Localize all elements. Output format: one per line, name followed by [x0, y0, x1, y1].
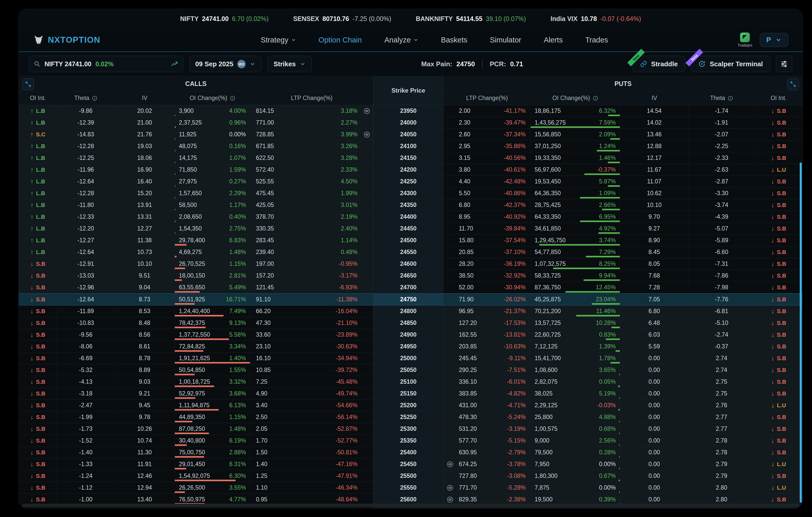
option-row[interactable]: ↓S.B-1.4011.3075,00,7502.88%1.50-50.81%2…	[19, 447, 803, 458]
option-row[interactable]: ↑L.B-12.2819.0348,0750.16%671.853.26%241…	[19, 141, 803, 152]
option-row[interactable]: ↑L.B-12.2711.3829,78,4006.83%283.451.14%…	[19, 235, 803, 246]
horizontal-scrollbar[interactable]	[22, 504, 799, 507]
option-row[interactable]: ↓S.B-13.039.5118,00,1502.81%157.20-3.17%…	[19, 270, 803, 282]
option-row[interactable]: ↓S.B-1.3311.9129,01,4506.31%1.40-47.16%2…	[19, 458, 803, 470]
option-row[interactable]: ↑L.B-11.9616.9071,8501.59%572.402.33%242…	[19, 164, 803, 176]
put-oi-change-bar	[565, 291, 620, 293]
option-row[interactable]: ↑L.B-12.6416.4027,9750.27%525.554.50%242…	[19, 176, 803, 187]
put-iv: 0.00	[620, 400, 689, 411]
nav-item-trades[interactable]: Trades	[585, 36, 608, 44]
eye-icon[interactable]	[364, 131, 370, 138]
index-value: 54114.55	[456, 15, 483, 23]
option-row[interactable]: ↓S.B-12.9110.1026,70,5251.15%197.00-0.95…	[19, 258, 803, 270]
eye-icon[interactable]	[446, 496, 454, 503]
call-oi-interpretation: ↓S.B	[19, 364, 57, 376]
chart-icon[interactable]	[171, 60, 178, 68]
option-row[interactable]: ↓S.B-2.479.451,11,94,8756.13%3.40-54.66%…	[19, 400, 803, 412]
option-row[interactable]: ↑L.B-11.8013.9158,5001.17%425.053.01%243…	[19, 199, 803, 211]
call-theta: -12.39	[57, 117, 115, 128]
symbol-change: 0.02%	[95, 60, 114, 68]
option-row[interactable]: ↓S.B-10.838.4878,42,3759.13%47.30-21.10%…	[19, 317, 803, 329]
vertical-scrollbar[interactable]	[800, 162, 802, 503]
chevron-down-icon	[775, 37, 782, 43]
nav-item-strategy[interactable]: Strategy	[261, 36, 296, 44]
call-theta: -10.83	[57, 317, 115, 329]
arrow-down-icon: ↓	[771, 331, 774, 338]
arrow-down-icon: ↓	[771, 319, 774, 327]
nav-item-alerts[interactable]: Alerts	[544, 36, 563, 44]
put-ltp: 11.70-39.84%	[443, 223, 530, 234]
profile-button[interactable]: P	[760, 33, 788, 47]
call-theta: -13.03	[57, 270, 115, 281]
call-oi-interpretation: ↓S.B	[19, 423, 57, 435]
option-row[interactable]: ↓S.B-12.648.7350,51,92516.71%91.10-11.38…	[19, 294, 803, 305]
option-row[interactable]: ↑L.B-12.3921.002,37,5250.96%771.002.27%2…	[19, 117, 803, 129]
option-row[interactable]: ↓S.B-1.999.7844,89,3501.15%2.50-56.14%25…	[19, 412, 803, 423]
eye-icon[interactable]	[446, 508, 454, 509]
put-theta: -0.37	[689, 341, 755, 352]
option-row[interactable]: ↓S.B-1.5210.7430,40,8006.19%1.70-52.77%2…	[19, 435, 803, 447]
option-row[interactable]: ↓S.B-11.898.531,24,40,4007.49%66.20-16.0…	[19, 305, 803, 317]
expiry-select[interactable]: 09 Sep 2025 W2	[190, 56, 262, 72]
col-header-put-oi-change[interactable]: OI Change(%)	[530, 91, 620, 105]
settings-sliders-button[interactable]	[776, 56, 792, 72]
eye-icon[interactable]	[364, 108, 370, 114]
option-row[interactable]: ↑L.B-12.2815.201,57,6502.29%475.451.99%2…	[19, 187, 803, 199]
option-row[interactable]: ↓S.B-4.139.031,00,18,7253.32%7.25-45.48%…	[19, 376, 803, 388]
arrow-down-icon: ↓	[771, 366, 774, 374]
call-theta: -6.69	[57, 353, 115, 364]
info-icon	[593, 95, 598, 101]
col-header-call-theta[interactable]: Theta	[57, 91, 115, 105]
option-row[interactable]: ↑L.B-12.2012.271,54,3502.75%330.352.40%2…	[19, 223, 803, 235]
broker-tradejini[interactable]: Tradejini	[737, 32, 752, 47]
nav-item-option-chain[interactable]: Option Chain	[319, 36, 362, 44]
put-oi-change-bar	[586, 256, 620, 257]
put-oi-interpretation: ↓S.B	[755, 270, 803, 281]
option-row[interactable]: ↓S.B-1.2412.461,54,92,0756.30%1.25-47.91…	[19, 470, 803, 482]
option-row[interactable]: ↑L.B-9.8620.023,9004.00%814.153.18%23950…	[19, 105, 803, 117]
put-ltp: 96.95-21.37%	[443, 305, 530, 317]
option-row[interactable]: ↓S.B-6.698.781,91,21,6251.40%16.10-34.94…	[19, 353, 803, 364]
nav-item-baskets[interactable]: Baskets	[441, 36, 467, 44]
option-row[interactable]: ↑S.C-14.8321.7611,9250.00%728.853.99%240…	[19, 129, 803, 141]
col-header-put-iv[interactable]: IV	[620, 91, 689, 105]
put-oi-interpretation: ↓S.B	[755, 470, 803, 482]
brand[interactable]: NXTOPTION	[33, 34, 100, 45]
col-header-call-iv[interactable]: IV	[115, 91, 175, 105]
straddle-button[interactable]: New Straddle	[633, 56, 685, 72]
strikes-select[interactable]: Strikes	[268, 56, 312, 72]
col-header-call-oi-int[interactable]: OI Int.	[19, 91, 57, 105]
expand-calls-button[interactable]	[22, 78, 34, 90]
col-header-put-oi-int[interactable]: OI Int.	[755, 91, 803, 105]
col-header-put-theta[interactable]: Theta	[689, 91, 755, 105]
nav-item-simulator[interactable]: Simulator	[490, 36, 521, 44]
option-row[interactable]: ↑L.B-12.2518.0614,1751.07%622.503.28%241…	[19, 152, 803, 164]
put-iv: 6.80	[620, 305, 689, 317]
scalper-terminal-button[interactable]: Beta Scalper Terminal	[691, 56, 770, 72]
option-row[interactable]: ↑L.B-12.6410.734,69,2751.48%239.400.48%2…	[19, 246, 803, 258]
option-row[interactable]: ↓S.B-3.189.2152,92,9753.68%4.90-49.74%25…	[19, 388, 803, 400]
col-header-call-oi-change[interactable]: OI Change(%)	[175, 91, 250, 105]
call-oi-interpretation: ↓S.B	[19, 317, 57, 329]
put-oi-change-bar	[619, 456, 620, 458]
call-oi-change: 29,78,4006.83%	[175, 235, 250, 246]
strikes-value: Strikes	[273, 60, 296, 68]
option-row[interactable]: ↓S.B-9.568.561,37,72,5505.58%33.60-23.89…	[19, 329, 803, 341]
option-row[interactable]: ↓S.B-5.328.8950,54,8501.55%10.85-39.72%2…	[19, 364, 803, 376]
option-row[interactable]: ↓S.B-1.7310.2687,08,2501.48%2.05-52.87%2…	[19, 423, 803, 435]
nav-item-analyze[interactable]: Analyze	[384, 36, 418, 44]
eye-icon[interactable]	[446, 484, 454, 491]
option-row[interactable]: ↓S.B-1.1212.9426,26,5003.55%1.10-46.34%2…	[19, 482, 803, 494]
call-ltp: 10.85-39.72%	[250, 364, 373, 376]
option-row[interactable]: ↑L.B-12.3313.312,08,6500.40%378.702.19%2…	[19, 211, 803, 223]
eye-icon[interactable]	[446, 461, 454, 468]
arrow-down-icon: ↓	[771, 484, 775, 491]
col-header-put-ltp-change[interactable]: LTP Change(%)	[443, 91, 530, 105]
col-header-call-ltp-change[interactable]: LTP Change(%)	[250, 91, 373, 105]
option-row[interactable]: ↓S.B-8.068.6172,84,8253.34%23.10-30.63%2…	[19, 341, 803, 353]
option-row[interactable]: ↓S.B-12.969.0463,55,6505.49%121.45-6.93%…	[19, 282, 803, 294]
strike-price: 25200	[373, 400, 443, 411]
search-icon	[34, 61, 40, 67]
symbol-search-input[interactable]: NIFTY 24741.00 0.02%	[29, 56, 183, 72]
expand-puts-button[interactable]	[787, 78, 799, 90]
